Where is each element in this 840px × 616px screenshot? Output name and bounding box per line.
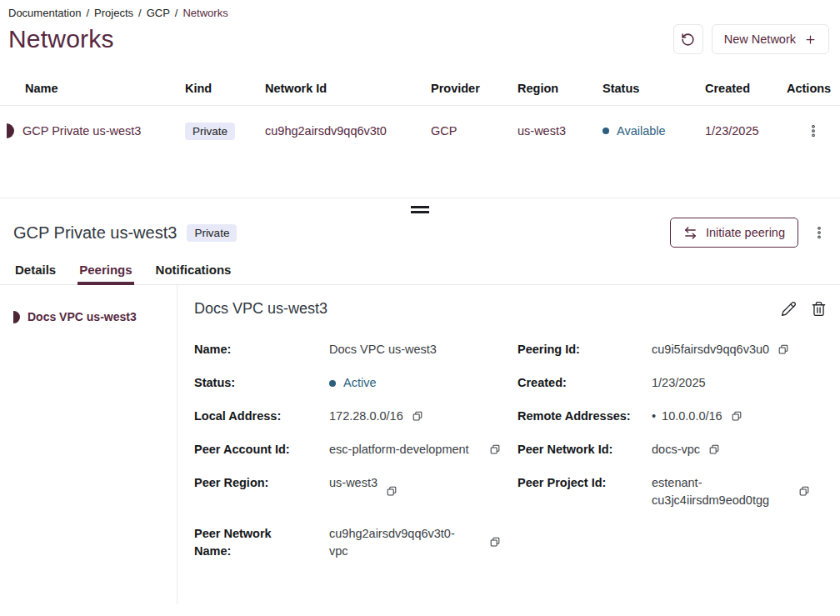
tab-notifications[interactable]: Notifications — [154, 261, 233, 284]
copy-icon — [489, 444, 501, 456]
initiate-peering-button[interactable]: Initiate peering — [670, 218, 798, 248]
breadcrumb-separator: / — [138, 7, 142, 19]
status-badge: Active — [343, 374, 377, 392]
copy-icon — [386, 486, 398, 498]
plus-icon — [804, 33, 817, 46]
field-text: Docs VPC us-west3 — [329, 341, 437, 358]
list-bullet: • — [652, 408, 656, 425]
status-badge: Available — [617, 124, 666, 138]
field-label-peer-account-id: Peer Account Id: — [194, 441, 329, 458]
field-label-name: Name: — [194, 341, 329, 358]
column-header-name: Name — [0, 82, 185, 95]
status-dot — [329, 380, 336, 387]
breadcrumb-item-networks[interactable]: Networks — [182, 7, 228, 19]
network-detail-header: GCP Private us-west3 Private Initiate pe… — [0, 216, 840, 248]
field-label-peer-project-id: Peer Project Id: — [518, 474, 652, 509]
field-value-status: Active — [329, 374, 518, 392]
breadcrumb: Documentation / Projects / GCP / Network… — [0, 0, 840, 19]
new-network-button-label: New Network — [724, 33, 796, 46]
peering-list-item-label: Docs VPC us-west3 — [28, 310, 137, 323]
peering-icon — [13, 311, 20, 323]
new-network-button[interactable]: New Network — [712, 24, 829, 54]
breadcrumb-separator: / — [175, 7, 178, 19]
field-label-local-address: Local Address: — [194, 408, 329, 425]
kind-badge: Private — [185, 123, 235, 140]
copy-button[interactable] — [489, 537, 501, 548]
page-header: Networks New Network — [0, 19, 840, 54]
peerings-panel: Docs VPC us-west3 Docs VPC us-west3 — [0, 285, 840, 604]
drag-grip-line — [411, 211, 429, 213]
copy-icon — [708, 444, 720, 456]
field-text: us-west3 — [329, 474, 378, 492]
network-id-value: cu9hg2airsdv9qq6v3t0 — [265, 124, 431, 138]
edit-peering-button[interactable] — [781, 301, 797, 317]
tab-peerings[interactable]: Peerings — [78, 261, 133, 284]
network-detail-title: GCP Private us-west3 — [13, 223, 177, 243]
copy-icon — [489, 537, 501, 548]
copy-button[interactable] — [778, 344, 789, 356]
peering-detail: Docs VPC us-west3 Name: Docs VPC us-west — [178, 285, 840, 604]
column-header-actions: Actions — [787, 82, 840, 95]
status-dot — [602, 128, 609, 134]
networks-table: Name Kind Network Id Provider Region Sta… — [0, 71, 840, 156]
breadcrumb-item-projects[interactable]: Projects — [94, 7, 133, 19]
trash-icon — [811, 301, 827, 317]
delete-peering-button[interactable] — [811, 301, 827, 317]
field-value-created: 1/23/2025 — [652, 374, 827, 392]
drag-grip-line — [411, 206, 429, 208]
field-text: docs-vpc — [652, 441, 700, 458]
copy-button[interactable] — [386, 486, 398, 498]
sidebar-item-docs-vpc-us-west3[interactable]: Docs VPC us-west3 — [0, 310, 177, 323]
field-label-created: Created: — [518, 374, 652, 392]
field-label-status: Status: — [194, 374, 329, 392]
pencil-icon — [781, 301, 797, 317]
field-value-peer-network-id: docs-vpc — [652, 441, 827, 458]
field-text: 172.28.0.0/16 — [329, 408, 403, 425]
empty-cell — [518, 525, 652, 560]
field-value-name: Docs VPC us-west3 — [329, 341, 518, 358]
field-value-peer-network-name: cu9hg2airsdv9qq6v3t0-vpc — [329, 525, 518, 560]
detail-tabs: Details Peerings Notifications — [0, 261, 840, 285]
column-header-status: Status — [602, 82, 705, 95]
copy-icon — [798, 486, 810, 498]
initiate-peering-button-label: Initiate peering — [706, 226, 785, 239]
kebab-icon — [812, 225, 827, 240]
copy-button[interactable] — [489, 444, 501, 456]
field-label-peer-region: Peer Region: — [194, 474, 329, 509]
column-header-kind: Kind — [185, 82, 265, 95]
peerings-sidebar: Docs VPC us-west3 — [0, 285, 178, 604]
panel-resize-handle[interactable] — [0, 198, 840, 213]
field-text: estenant-cu3jc4iirsdm9eod0tgg — [652, 474, 792, 509]
network-icon — [7, 123, 14, 138]
kind-badge: Private — [187, 224, 237, 242]
copy-button[interactable] — [412, 411, 423, 423]
field-text: esc-platform-development — [329, 441, 469, 458]
breadcrumb-separator: / — [86, 7, 89, 19]
tab-details[interactable]: Details — [13, 261, 58, 284]
field-value-remote-addresses: • 10.0.0.0/16 — [652, 408, 827, 425]
copy-icon — [778, 344, 789, 356]
networks-table-header: Name Kind Network Id Provider Region Sta… — [0, 71, 840, 106]
table-row: GCP Private us-west3 Private cu9hg2airsd… — [0, 106, 840, 156]
breadcrumb-item-documentation[interactable]: Documentation — [8, 7, 81, 19]
copy-icon — [412, 411, 423, 423]
empty-cell — [652, 525, 827, 560]
region-value: us-west3 — [518, 124, 602, 138]
copy-button[interactable] — [731, 411, 742, 423]
copy-button[interactable] — [798, 486, 810, 498]
kebab-icon — [806, 123, 821, 138]
peering-fields: Name: Docs VPC us-west3 Peering Id: cu9i… — [194, 341, 827, 560]
page-title: Networks — [8, 25, 114, 53]
breadcrumb-item-gcp[interactable]: GCP — [147, 7, 170, 19]
table-empty-space — [0, 156, 840, 198]
detail-actions-menu-button[interactable] — [808, 222, 830, 243]
field-text: 1/23/2025 — [652, 374, 706, 392]
copy-button[interactable] — [708, 444, 720, 456]
row-actions-menu-button[interactable] — [802, 120, 824, 142]
refresh-button[interactable] — [673, 24, 703, 54]
field-label-peering-id: Peering Id: — [518, 341, 652, 358]
column-header-provider: Provider — [431, 82, 518, 95]
network-name-link[interactable]: GCP Private us-west3 — [22, 124, 141, 138]
field-label-remote-addresses: Remote Addresses: — [518, 408, 652, 425]
swap-arrows-icon — [683, 226, 698, 240]
